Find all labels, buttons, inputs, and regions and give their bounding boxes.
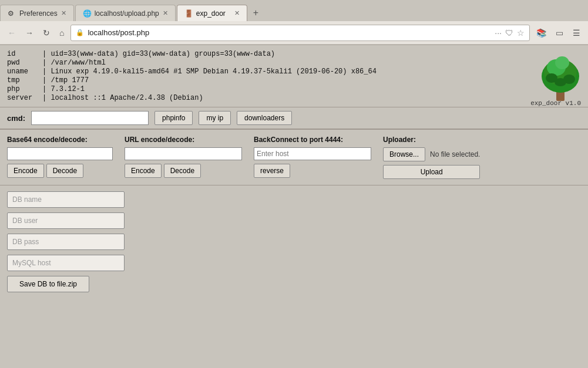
info-label-server: server	[7, 94, 42, 102]
info-value-uname: | Linux exp 4.19.0-kali5-amd64 #1 SMP De…	[42, 67, 581, 76]
info-label-pwd: pwd	[7, 59, 42, 67]
db-name-input[interactable]	[7, 191, 125, 208]
info-value-tmp: | /tmp 1777	[42, 76, 581, 85]
tab-label-preferences: Preferences	[19, 9, 58, 18]
backconnect-buttons: reverse	[254, 164, 371, 178]
base64-label: Base64 encode/decode:	[7, 136, 113, 144]
tab-close-upload[interactable]: ✕	[163, 9, 168, 17]
info-label-uname: uname	[7, 67, 42, 76]
url-buttons: Encode Decode	[125, 164, 242, 178]
base64-group: Base64 encode/decode: Encode Decode	[7, 136, 113, 178]
backconnect-reverse-button[interactable]: reverse	[254, 164, 290, 178]
base64-input[interactable]	[7, 147, 113, 160]
back-button[interactable]: ←	[5, 26, 19, 39]
tab-favicon-expdoor: 🚪	[184, 9, 193, 18]
base64-decode-button[interactable]: Decode	[46, 164, 83, 178]
nav-bar: ← → ↻ ⌂ 🔒 ··· 🛡 ☆ 📚 ▭ ☰	[0, 21, 588, 45]
url-group: URL encode/decode: Encode Decode	[125, 136, 242, 178]
info-table: id | uid=33(www-data) gid=33(www-data) g…	[7, 50, 581, 102]
tree-svg	[540, 50, 581, 103]
info-value-pwd: | /var/www/html	[42, 59, 581, 67]
cmd-input[interactable]	[31, 111, 149, 125]
info-value-php: | 7.3.12-1	[42, 85, 581, 93]
sidebar-button[interactable]: ▭	[553, 26, 566, 39]
tab-label-upload: localhost/upload.php	[95, 9, 159, 18]
tab-favicon-preferences: ⚙	[8, 9, 16, 18]
save-db-button[interactable]: Save DB to file.zip	[7, 276, 89, 292]
tools-section: Base64 encode/decode: Encode Decode URL …	[0, 129, 588, 185]
url-input[interactable]	[125, 147, 242, 160]
page-content: id | uid=33(www-data) gid=33(www-data) g…	[0, 45, 588, 368]
tab-bar: ⚙ Preferences ✕ 🌐 localhost/upload.php ✕…	[0, 0, 588, 21]
address-bookmark-icon[interactable]: 🛡	[505, 28, 513, 38]
menu-button[interactable]: ☰	[570, 26, 583, 39]
db-section: Save DB to file.zip	[0, 185, 588, 298]
browse-button[interactable]: Browse...	[383, 147, 425, 161]
mysql-host-input[interactable]	[7, 255, 125, 271]
tab-close-expdoor[interactable]: ✕	[234, 9, 240, 17]
address-bar-input[interactable]	[88, 28, 491, 37]
cmd-section: cmd: phpinfo my ip downloaders	[0, 107, 588, 129]
upload-button[interactable]: Upload	[383, 165, 480, 179]
svg-point-7	[555, 78, 566, 86]
info-label-php: php	[7, 85, 42, 93]
myip-button[interactable]: my ip	[199, 111, 231, 125]
base64-buttons: Encode Decode	[7, 164, 113, 178]
cmd-label: cmd:	[7, 114, 25, 123]
tab-preferences[interactable]: ⚙ Preferences ✕	[0, 5, 74, 21]
library-button[interactable]: 📚	[533, 26, 549, 39]
backconnect-group: BackConnect to port 4444: reverse	[254, 136, 371, 178]
info-label-id: id	[7, 50, 42, 58]
no-file-text: No file selected.	[430, 150, 480, 158]
tab-expdoor[interactable]: 🚪 exp_door ✕	[177, 5, 247, 21]
backconnect-label: BackConnect to port 4444:	[254, 136, 371, 144]
exp-door-version: exp_door v1.0	[530, 100, 581, 107]
url-label: URL encode/decode:	[125, 136, 242, 144]
uploader-row: Browse... No file selected.	[383, 147, 480, 161]
uploader-group: Uploader: Browse... No file selected. Up…	[383, 136, 480, 179]
address-bar-more[interactable]: ···	[495, 28, 502, 38]
phpinfo-button[interactable]: phpinfo	[154, 111, 193, 125]
forward-button[interactable]: →	[22, 26, 36, 39]
new-tab-button[interactable]: +	[248, 5, 263, 21]
address-lock-icon: 🔒	[76, 29, 84, 36]
base64-encode-button[interactable]: Encode	[7, 164, 44, 178]
downloaders-button[interactable]: downloaders	[237, 111, 292, 125]
browser-chrome: ⚙ Preferences ✕ 🌐 localhost/upload.php ✕…	[0, 0, 588, 45]
tree-illustration	[540, 50, 581, 103]
backconnect-input[interactable]	[254, 147, 371, 160]
home-button[interactable]: ⌂	[56, 26, 67, 39]
info-value-server: | localhost ::1 Apache/2.4.38 (Debian)	[42, 94, 581, 102]
tab-favicon-upload: 🌐	[83, 9, 91, 18]
url-encode-button[interactable]: Encode	[125, 164, 162, 178]
info-section: id | uid=33(www-data) gid=33(www-data) g…	[0, 45, 588, 107]
tab-label-expdoor: exp_door	[196, 9, 226, 18]
db-pass-input[interactable]	[7, 234, 125, 250]
tab-upload[interactable]: 🌐 localhost/upload.php ✕	[75, 5, 176, 21]
info-label-tmp: tmp	[7, 76, 42, 85]
svg-point-4	[555, 56, 569, 69]
address-bar-container: 🔒 ··· 🛡 ☆	[70, 25, 530, 41]
uploader-label: Uploader:	[383, 136, 480, 144]
info-value-id: | uid=33(www-data) gid=33(www-data) grou…	[42, 50, 581, 58]
reload-button[interactable]: ↻	[40, 26, 53, 39]
url-decode-button[interactable]: Decode	[164, 164, 201, 178]
db-user-input[interactable]	[7, 212, 125, 229]
address-star-icon[interactable]: ☆	[517, 28, 525, 38]
tab-close-preferences[interactable]: ✕	[61, 9, 66, 17]
